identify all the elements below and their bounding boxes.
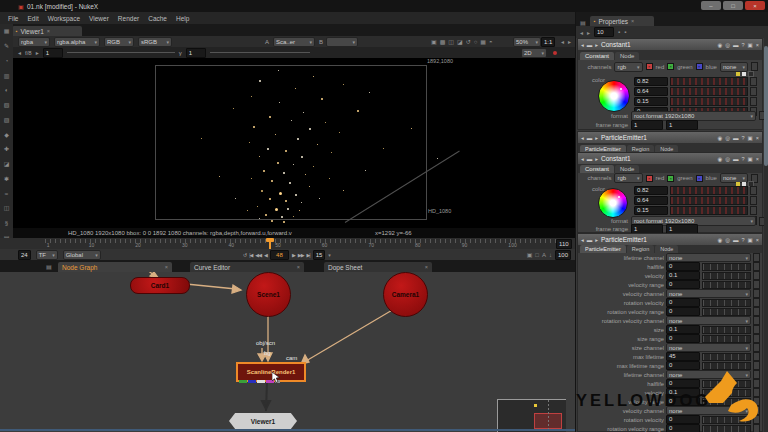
green-slider[interactable] bbox=[670, 87, 748, 96]
gamma-slider[interactable] bbox=[210, 52, 310, 53]
frame-start-field[interactable]: 1 bbox=[631, 120, 663, 130]
eye-icon[interactable]: ◉ bbox=[717, 42, 722, 48]
particleemitter1-header-2[interactable]: ◂ ▬ ▸ ParticleEmitter1 ◉ ◎ ▬ ? ▣ × bbox=[578, 234, 762, 245]
help-icon[interactable]: ? bbox=[742, 156, 745, 162]
prev-node-icon[interactable]: ◂ bbox=[581, 135, 584, 141]
next-node-icon[interactable]: ▸ bbox=[595, 135, 598, 141]
menu-workspace[interactable]: Workspace bbox=[48, 15, 80, 22]
anim-button[interactable] bbox=[750, 87, 757, 96]
tab-constant[interactable]: Constant bbox=[580, 52, 614, 60]
color-swatch-yellow[interactable] bbox=[736, 72, 740, 76]
wipe-icon[interactable]: ▣ bbox=[431, 38, 437, 45]
tab-properties[interactable]: ▪ Properties × bbox=[590, 16, 654, 26]
nodegraph-navigator[interactable] bbox=[497, 399, 566, 432]
emitter-value-field[interactable]: 0 bbox=[666, 361, 700, 370]
emitter-channel-select[interactable]: none▾ bbox=[666, 253, 751, 262]
checker-icon[interactable]: ▩ bbox=[440, 38, 446, 45]
emitter-anim-button[interactable] bbox=[753, 361, 760, 370]
minimize-panel-icon[interactable]: ▬ bbox=[733, 237, 739, 243]
emitter-anim-button[interactable] bbox=[753, 289, 760, 298]
toolbox-metadata-icon[interactable]: § bbox=[5, 220, 8, 226]
red-checkbox[interactable]: × bbox=[646, 175, 653, 182]
header-menu-icon[interactable]: ▬ bbox=[587, 237, 593, 243]
next-node-icon[interactable]: ▸ bbox=[595, 237, 598, 243]
prev-node-icon[interactable]: ◂ bbox=[581, 42, 584, 48]
header-menu-icon[interactable]: ▬ bbox=[587, 42, 593, 48]
toolbox-3d-icon[interactable]: ◪ bbox=[4, 161, 10, 167]
gain-field[interactable]: 1 bbox=[43, 48, 63, 58]
emitter-value-field[interactable]: 0.1 bbox=[666, 271, 700, 280]
emitter-value-field[interactable]: 0 bbox=[666, 307, 700, 316]
close-panel-icon[interactable]: × bbox=[756, 237, 759, 243]
node-camera1[interactable]: Camera1 bbox=[383, 272, 428, 317]
emitter-anim-button[interactable] bbox=[753, 352, 760, 361]
properties-scrollbar[interactable] bbox=[764, 38, 768, 432]
gain-toggle2-icon[interactable]: ▸ bbox=[36, 49, 39, 56]
view-mode-select[interactable]: 2D▾ bbox=[521, 48, 547, 58]
emitter-anim-button[interactable] bbox=[753, 271, 760, 280]
close-tab-icon[interactable]: × bbox=[165, 264, 168, 270]
emitter-anim-button[interactable] bbox=[753, 316, 760, 325]
anim-button[interactable] bbox=[750, 77, 757, 86]
back-one-keyframe-icon[interactable]: ◀◀ bbox=[255, 252, 261, 258]
header-menu-icon[interactable]: ▬ bbox=[587, 135, 593, 141]
pause-icon[interactable]: ○ bbox=[474, 39, 478, 45]
red-value-field[interactable]: 0.82 bbox=[634, 77, 668, 86]
emitter-slider[interactable] bbox=[702, 425, 751, 432]
step-forward-icon[interactable]: ▶ bbox=[292, 252, 295, 258]
emitter-slider[interactable] bbox=[702, 326, 751, 334]
emitter-value-field[interactable]: 0.1 bbox=[666, 325, 700, 334]
close-tab-icon[interactable]: × bbox=[47, 28, 50, 34]
emitter-value-field[interactable]: 0 bbox=[666, 280, 700, 289]
scrollbar-thumb[interactable] bbox=[764, 46, 768, 166]
close-tab-icon[interactable]: × bbox=[631, 18, 634, 24]
layer-select[interactable]: rgba▾ bbox=[18, 37, 50, 47]
eye-icon[interactable]: ◉ bbox=[717, 237, 722, 243]
frame-end-field[interactable]: 1 bbox=[666, 120, 698, 130]
emitter-anim-button[interactable] bbox=[753, 343, 760, 352]
emitter-channel-select[interactable]: none▾ bbox=[666, 289, 751, 298]
bin-count-field[interactable]: 10 bbox=[594, 27, 614, 37]
color-wheel[interactable] bbox=[598, 80, 630, 112]
roi-icon[interactable]: ▦ bbox=[480, 38, 486, 45]
float-panel-icon[interactable]: ▣ bbox=[748, 135, 753, 141]
menu-viewer[interactable]: Viewer bbox=[89, 15, 109, 22]
particleemitter1-header[interactable]: ◂ ▬ ▸ ParticleEmitter1 ◉ ◎ ▬ ? ▣ × bbox=[578, 132, 762, 143]
close-panel-icon[interactable]: × bbox=[756, 42, 759, 48]
alpha-select[interactable]: rgba.alpha▾ bbox=[54, 37, 100, 47]
emitter-channel-select[interactable]: none▾ bbox=[666, 343, 751, 352]
tab-dope-sheet[interactable]: Dope Sheet × bbox=[324, 262, 432, 272]
blue-slider[interactable] bbox=[670, 206, 748, 215]
render-icon[interactable]: ↓ bbox=[549, 252, 552, 258]
tab-node-graph[interactable]: Node Graph × bbox=[58, 262, 172, 272]
emitter-value-field[interactable]: 0 bbox=[666, 424, 700, 432]
close-button[interactable]: × bbox=[745, 1, 765, 10]
emitter-slider[interactable] bbox=[702, 308, 751, 316]
chevron-down-icon[interactable]: ▾ bbox=[328, 252, 331, 258]
toolbox-color-icon[interactable]: ◐ bbox=[5, 87, 9, 93]
toolbox-filter-icon[interactable]: ▧ bbox=[4, 102, 10, 108]
toolbox-deep-icon[interactable]: ≈ bbox=[5, 191, 8, 197]
emitter-channel-select[interactable]: none▾ bbox=[666, 316, 751, 325]
color-swatch-white[interactable] bbox=[742, 72, 746, 76]
tab-node[interactable]: Node bbox=[655, 245, 678, 253]
node-scene1[interactable]: Scene1 bbox=[246, 272, 291, 317]
viewer-lut-select[interactable]: sRGB▾ bbox=[138, 37, 172, 47]
channels-select[interactable]: rgb▾ bbox=[614, 62, 642, 72]
tab-curve-editor[interactable]: Curve Editor × bbox=[190, 262, 304, 272]
toolbox-image-icon[interactable]: ▦ bbox=[4, 28, 10, 34]
next-node-icon[interactable]: ▸ bbox=[595, 42, 598, 48]
fps-lock-icon[interactable]: A bbox=[542, 252, 546, 258]
float-panel-icon[interactable]: ▣ bbox=[748, 237, 753, 243]
toolbox-time-icon[interactable]: ◔ bbox=[5, 58, 9, 64]
close-panel-icon[interactable]: × bbox=[756, 156, 759, 162]
tab-node[interactable]: Node bbox=[615, 165, 639, 173]
prev-node-icon[interactable]: ◂ bbox=[581, 156, 584, 162]
green-slider[interactable] bbox=[670, 196, 748, 205]
green-value-field[interactable]: 0.64 bbox=[634, 87, 668, 96]
overlay-icon[interactable]: ◪ bbox=[457, 38, 463, 45]
clip-warning-icon[interactable]: ◓ bbox=[489, 39, 493, 45]
green-checkbox[interactable]: × bbox=[667, 63, 674, 70]
emitter-anim-button[interactable] bbox=[753, 280, 760, 289]
emitter-anim-button[interactable] bbox=[753, 253, 760, 262]
